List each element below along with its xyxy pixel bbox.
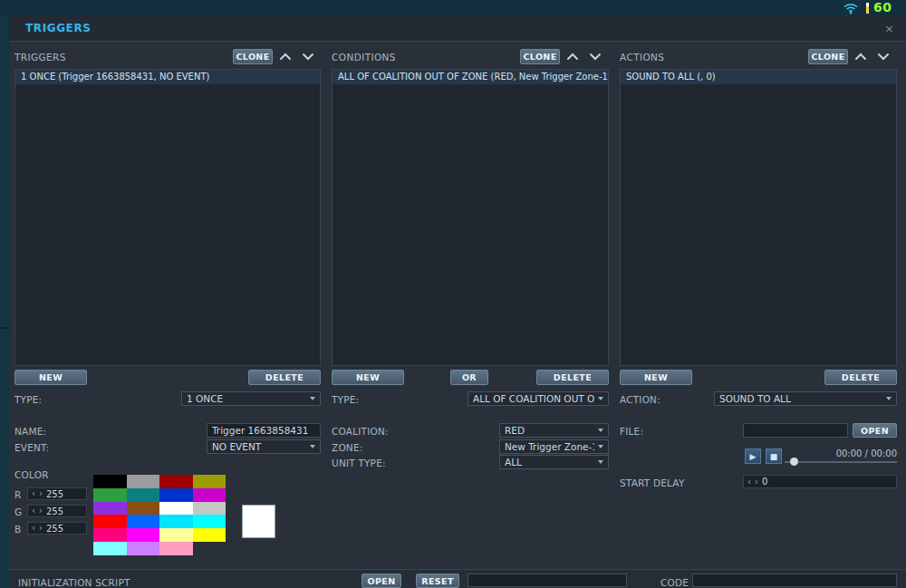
palette-swatch[interactable] [159, 515, 193, 528]
triggers-clone-button[interactable]: CLONE [233, 49, 273, 64]
palette-swatch[interactable] [127, 488, 160, 502]
close-icon[interactable]: × [884, 16, 894, 41]
trigger-name-label: NAME: [14, 426, 46, 437]
action-list-item[interactable]: SOUND TO ALL (, 0) [621, 70, 896, 84]
palette-swatch[interactable] [193, 488, 226, 502]
actions-move-up-button[interactable] [853, 49, 868, 64]
red-channel-stepper[interactable]: ‹ › 255 [27, 487, 87, 500]
palette-swatch[interactable] [159, 542, 193, 555]
palette-swatch[interactable] [93, 542, 127, 555]
palette-swatch[interactable] [193, 475, 226, 488]
coalition-dropdown[interactable]: RED [499, 423, 609, 438]
init-script-label: INITIALIZATION SCRIPT [18, 577, 130, 588]
green-channel-stepper[interactable]: ‹ › 255 [27, 505, 87, 517]
panel-titlebar [9, 16, 906, 42]
stepper-decrement-icon[interactable]: ‹ [32, 506, 35, 516]
trigger-list-item[interactable]: 1 ONCE (Trigger 1663858431, NO EVENT) [15, 70, 320, 84]
actions-move-down-button[interactable] [875, 49, 891, 64]
conditions-or-button[interactable]: OR [450, 370, 488, 385]
palette-swatch[interactable] [193, 502, 226, 516]
unit-type-dropdown[interactable]: ALL [499, 455, 609, 469]
green-channel-label: G [14, 506, 22, 517]
conditions-move-up-button[interactable] [564, 49, 580, 64]
palette-swatch[interactable] [93, 528, 127, 542]
stepper-decrement-icon[interactable]: ‹ [32, 489, 35, 498]
condition-type-dropdown[interactable]: ALL OF COALITION OUT OF Z [467, 391, 609, 406]
red-channel-value: 255 [46, 489, 63, 499]
conditions-new-button[interactable]: NEW [332, 370, 404, 385]
chevron-down-icon [598, 445, 603, 448]
zone-dropdown[interactable]: New Trigger Zone-1 [499, 439, 609, 454]
palette-swatch[interactable] [159, 528, 193, 542]
zone-value: New Trigger Zone-1 [505, 441, 594, 452]
condition-type-label: TYPE: [332, 394, 359, 405]
triggers-delete-button[interactable]: DELETE [248, 370, 321, 385]
stepper-increment-icon[interactable]: › [755, 477, 758, 487]
stepper-decrement-icon[interactable]: ‹ [32, 524, 35, 533]
chevron-down-icon [877, 53, 890, 61]
stepper-decrement-icon[interactable]: ‹ [747, 477, 751, 487]
selected-color-swatch [242, 505, 275, 538]
coalition-label: COALITION: [332, 426, 389, 437]
stepper-increment-icon[interactable]: › [39, 524, 43, 533]
playback-slider-track[interactable] [785, 461, 897, 463]
palette-swatch[interactable] [127, 475, 160, 488]
conditions-move-down-button[interactable] [587, 49, 602, 64]
blue-channel-stepper[interactable]: ‹ › 255 [27, 522, 87, 535]
condition-type-value: ALL OF COALITION OUT OF Z [473, 393, 594, 404]
conditions-clone-button[interactable]: CLONE [520, 49, 560, 64]
triggers-new-button[interactable]: NEW [14, 370, 87, 385]
palette-swatch[interactable] [127, 515, 160, 528]
triggers-section-label: TRIGGERS [14, 52, 66, 63]
chevron-down-icon [598, 460, 603, 464]
start-delay-stepper[interactable]: ‹ › 0 [743, 475, 897, 488]
stop-icon: ■ [770, 452, 778, 461]
play-button[interactable]: ▶ [745, 448, 761, 464]
chevron-down-icon [302, 53, 314, 61]
palette-swatch[interactable] [127, 528, 160, 542]
action-type-value: SOUND TO ALL [719, 393, 882, 404]
palette-swatch[interactable] [93, 502, 127, 516]
init-script-input[interactable] [467, 574, 627, 587]
actions-clone-button[interactable]: CLONE [808, 49, 848, 64]
actions-delete-button[interactable]: DELETE [824, 370, 897, 385]
map-edge-divider [0, 327, 9, 329]
init-script-reset-button[interactable]: RESET [416, 574, 459, 588]
triggers-move-up-button[interactable] [277, 49, 293, 64]
palette-swatch[interactable] [193, 528, 226, 542]
condition-list-item[interactable]: ALL OF COALITION OUT OF ZONE (RED, New T… [333, 70, 608, 84]
palette-swatch[interactable] [159, 475, 193, 488]
action-type-dropdown[interactable]: SOUND TO ALL [714, 391, 897, 406]
palette-swatch[interactable] [127, 502, 160, 516]
init-script-open-button[interactable]: OPEN [361, 574, 401, 588]
code-input[interactable] [692, 574, 897, 587]
actions-section-label: ACTIONS [620, 52, 664, 63]
stepper-increment-icon[interactable]: › [39, 506, 43, 516]
stepper-increment-icon[interactable]: › [39, 489, 43, 498]
palette-swatch[interactable] [193, 515, 226, 528]
conditions-list: ALL OF COALITION OUT OF ZONE (RED, New T… [332, 69, 609, 366]
palette-swatch[interactable] [93, 475, 127, 488]
actions-new-button[interactable]: NEW [620, 370, 692, 385]
palette-swatch[interactable] [159, 488, 193, 502]
code-label: CODE [660, 577, 689, 588]
chevron-up-icon [566, 53, 579, 61]
palette-swatch[interactable] [159, 502, 193, 516]
palette-swatch[interactable] [93, 515, 127, 528]
trigger-type-dropdown[interactable]: 1 ONCE [181, 391, 321, 406]
file-open-button[interactable]: OPEN [853, 423, 897, 438]
conditions-delete-button[interactable]: DELETE [536, 370, 609, 385]
file-label: FILE: [620, 426, 643, 437]
palette-swatch[interactable] [93, 488, 127, 502]
blue-channel-value: 255 [46, 524, 63, 534]
triggers-move-down-button[interactable] [300, 49, 315, 64]
playback-slider-thumb[interactable] [790, 458, 798, 466]
palette-swatch[interactable] [127, 542, 160, 555]
chevron-down-icon [589, 53, 602, 61]
fps-gauge-icon [866, 3, 869, 14]
trigger-event-dropdown[interactable]: NO EVENT [207, 439, 321, 454]
green-channel-value: 255 [46, 506, 63, 516]
chevron-up-icon [854, 53, 867, 61]
trigger-name-input[interactable] [207, 423, 321, 438]
file-input[interactable] [743, 423, 848, 438]
